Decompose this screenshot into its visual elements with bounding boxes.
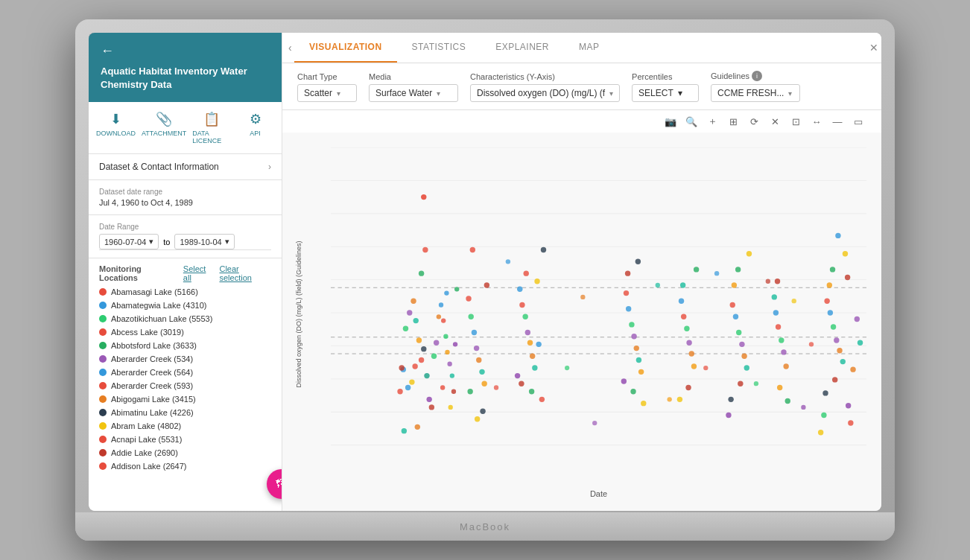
svg-point-89 xyxy=(536,342,541,347)
list-item[interactable]: Abcess Lake (3019) xyxy=(99,325,271,339)
date-from-select[interactable]: 1960-07-04 ▾ xyxy=(99,234,159,249)
data-licence-button[interactable]: 📋 DATA LICENCE xyxy=(192,111,230,144)
list-item[interactable]: Abram Lake (4802) xyxy=(99,419,271,433)
location-name: Acnapi Lake (5531) xyxy=(111,435,182,444)
svg-point-119 xyxy=(732,282,737,287)
guidelines-label-row: Guidelines i xyxy=(711,71,800,81)
list-item[interactable]: Abimatinu Lake (4226) xyxy=(99,406,271,419)
svg-point-56 xyxy=(437,314,441,319)
list-item[interactable]: Aberarder Creek (534) xyxy=(99,352,271,366)
svg-point-82 xyxy=(532,365,537,370)
svg-point-147 xyxy=(835,233,840,238)
download-button[interactable]: ⬇ DOWNLOAD xyxy=(96,111,136,144)
sidebar: ← Aquatic Habitat Inventory Water Chemis… xyxy=(89,33,282,511)
svg-point-125 xyxy=(773,310,779,315)
list-item[interactable]: Abigogami Lake (3415) xyxy=(99,392,271,406)
svg-point-105 xyxy=(684,325,689,331)
svg-point-155 xyxy=(506,259,510,264)
svg-point-102 xyxy=(621,378,627,384)
list-item[interactable]: Acnapi Lake (5531) xyxy=(99,433,271,446)
list-item[interactable]: Abamategwia Lake (4310) xyxy=(99,299,271,312)
chart-toolbar: 📷 🔍 ＋ ⊞ ⟳ ✕ ⊡ ↔ — ▭ xyxy=(282,110,881,133)
location-name: Aberarder Creek (564) xyxy=(111,368,193,377)
tab-right-arrow[interactable]: ✕ xyxy=(869,42,878,54)
svg-point-88 xyxy=(541,247,546,252)
box-button[interactable]: ⊡ xyxy=(787,113,804,130)
list-item[interactable]: Addie Lake (2690) xyxy=(99,446,271,459)
x-axis-label: Date xyxy=(331,486,866,500)
media-select[interactable]: Surface Water ▾ xyxy=(369,84,458,102)
clear-selection-link[interactable]: Clear selection xyxy=(219,264,271,282)
svg-point-163 xyxy=(754,381,758,386)
map-fab-button[interactable]: 🗺 xyxy=(267,469,282,499)
square-button[interactable]: ▭ xyxy=(850,113,866,130)
add-button[interactable]: ＋ xyxy=(704,113,720,130)
attachment-label: ATTACHMENT xyxy=(142,130,186,137)
attachment-button[interactable]: 📎 ATTACHMENT xyxy=(142,111,186,144)
svg-point-55 xyxy=(450,373,454,378)
svg-point-72 xyxy=(467,389,472,394)
dataset-info-row[interactable]: Dataset & Contact Information › xyxy=(89,154,282,180)
svg-point-133 xyxy=(785,398,790,404)
location-name: Aberarder Creek (534) xyxy=(111,354,193,363)
camera-button[interactable]: 📷 xyxy=(662,113,679,130)
svg-point-67 xyxy=(476,357,481,363)
svg-point-159 xyxy=(656,283,660,287)
tab-statistics[interactable]: STATISTICS xyxy=(397,33,481,63)
list-item[interactable]: Abamasagi Lake (5166) xyxy=(99,285,271,299)
select-all-link[interactable]: Select all xyxy=(183,264,215,282)
location-dot xyxy=(99,462,107,470)
tab-left-arrow[interactable]: ‹ xyxy=(288,42,292,54)
back-button[interactable]: ← xyxy=(101,43,270,59)
tab-map[interactable]: MAP xyxy=(564,33,615,63)
info-icon: i xyxy=(752,71,762,81)
laptop-frame: ← Aquatic Habitat Inventory Water Chemis… xyxy=(75,19,895,541)
svg-point-108 xyxy=(691,363,697,369)
location-dot xyxy=(99,409,107,416)
api-button[interactable]: ⚙ API xyxy=(236,111,274,144)
svg-point-112 xyxy=(677,397,682,402)
grid-button[interactable]: ⊞ xyxy=(725,113,741,130)
guidelines-select[interactable]: CCME FRESH... ▾ xyxy=(711,84,800,102)
location-name: Aberarder Creek (593) xyxy=(111,381,193,390)
list-item[interactable]: Abbotsford Lake (3633) xyxy=(99,339,271,352)
svg-point-142 xyxy=(830,267,835,272)
zoom-button[interactable]: 🔍 xyxy=(683,113,700,130)
date-to-select[interactable]: 1989-10-04 ▾ xyxy=(174,234,234,249)
svg-point-154 xyxy=(494,385,498,389)
svg-point-123 xyxy=(746,251,752,256)
svg-point-44 xyxy=(412,363,417,369)
list-item[interactable]: Aberarder Creek (564) xyxy=(99,366,271,379)
svg-point-156 xyxy=(565,366,569,370)
characteristics-group: Characteristics (Y-Axis) Dissolved oxyge… xyxy=(470,72,620,102)
svg-point-130 xyxy=(772,294,777,299)
svg-point-36 xyxy=(421,346,426,351)
expand-button[interactable]: ↔ xyxy=(808,113,825,130)
dataset-date-section: Dataset date range Jul 4, 1960 to Oct 4,… xyxy=(89,180,282,215)
characteristics-select[interactable]: Dissolved oxygen (DO) (mg/L) (f ▾ xyxy=(470,84,620,102)
svg-point-96 xyxy=(636,357,641,363)
date-from-caret: ▾ xyxy=(149,237,153,246)
percentiles-select[interactable]: SELECT ▾ xyxy=(632,84,699,102)
list-item[interactable]: Abazotikichuan Lake (5553) xyxy=(99,312,271,325)
api-label: API xyxy=(250,130,261,137)
svg-point-65 xyxy=(472,330,477,335)
date-to-value: 1989-10-04 xyxy=(180,238,221,246)
percentiles-value: SELECT xyxy=(638,88,673,98)
svg-point-32 xyxy=(410,298,416,303)
data-licence-icon: 📋 xyxy=(203,111,220,127)
tab-explainer[interactable]: EXPLAINER xyxy=(481,33,564,63)
chart-type-select[interactable]: Scatter ▾ xyxy=(297,84,357,102)
svg-point-86 xyxy=(534,279,539,284)
reset-button[interactable]: ⟳ xyxy=(746,113,762,130)
list-item[interactable]: Addison Lake (2647) xyxy=(99,459,271,473)
close-button[interactable]: ✕ xyxy=(767,113,783,130)
tab-visualization[interactable]: VISUALIZATION xyxy=(294,33,397,63)
list-item[interactable]: Aberarder Creek (593) xyxy=(99,379,271,392)
svg-point-69 xyxy=(481,381,486,386)
svg-point-114 xyxy=(733,314,738,319)
date-from-value: 1960-07-04 xyxy=(104,238,146,246)
location-dot xyxy=(99,342,107,349)
minus-button[interactable]: — xyxy=(829,113,846,130)
svg-point-79 xyxy=(525,330,530,335)
